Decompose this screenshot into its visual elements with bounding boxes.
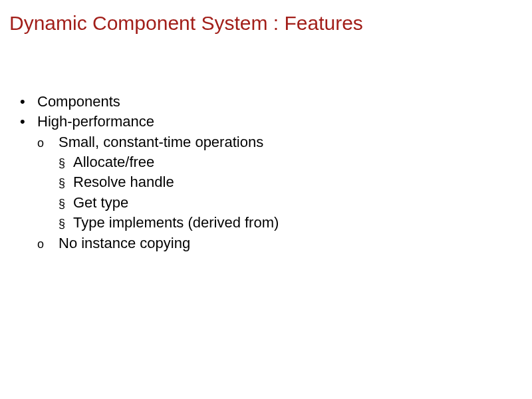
dot-icon: • — [20, 112, 37, 132]
bullet-no-instance-copying: o No instance copying — [37, 233, 279, 253]
bullet-text: Resolve handle — [73, 172, 174, 192]
bullet-text: Small, constant-time operations — [59, 132, 263, 152]
bullet-allocate-free: § Allocate/free — [59, 152, 279, 172]
circle-icon: o — [37, 236, 59, 253]
bullet-text: High-performance — [37, 112, 154, 132]
bullet-resolve-handle: § Resolve handle — [59, 172, 279, 192]
bullet-text: Allocate/free — [73, 152, 154, 172]
square-icon: § — [59, 155, 73, 172]
bullet-text: Components — [37, 92, 120, 112]
square-icon: § — [59, 196, 73, 212]
bullet-small-ops: o Small, constant-time operations — [37, 132, 279, 152]
bullet-text: Get type — [73, 193, 128, 213]
bullet-text: No instance copying — [59, 233, 190, 253]
bullet-type-implements: § Type implements (derived from) — [59, 213, 279, 233]
slide-content: • Components • High-performance o Small,… — [20, 92, 279, 253]
circle-icon: o — [37, 135, 59, 152]
slide: Dynamic Component System : Features • Co… — [0, 0, 532, 399]
square-icon: § — [59, 215, 73, 232]
dot-icon: • — [20, 92, 37, 112]
bullet-get-type: § Get type — [59, 193, 279, 213]
bullet-text: Type implements (derived from) — [73, 213, 279, 233]
bullet-high-performance: • High-performance — [20, 112, 279, 132]
bullet-components: • Components — [20, 92, 279, 112]
square-icon: § — [59, 175, 73, 192]
slide-title: Dynamic Component System : Features — [9, 12, 363, 35]
